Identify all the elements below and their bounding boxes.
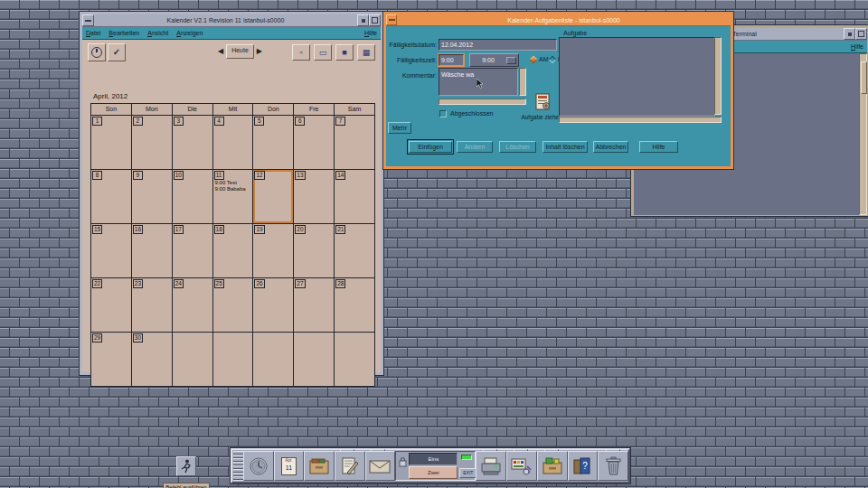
text-editor-button[interactable] <box>335 451 365 481</box>
completed-checkbox[interactable] <box>439 110 447 117</box>
week-view-button[interactable]: ▭ <box>314 44 332 61</box>
maximize-icon <box>372 17 378 23</box>
style-manager-button[interactable] <box>506 451 537 481</box>
todo-editor-dialog: Kalender-Aufgabenliste - istanbul-s0000 … <box>383 12 733 169</box>
day-cell[interactable]: 18 <box>213 224 253 277</box>
due-time-input[interactable]: 9:00 <box>439 54 464 66</box>
exit-button[interactable]: EXIT <box>459 468 476 478</box>
day-cell[interactable]: 30 <box>132 333 172 386</box>
scrollbar-thumb[interactable] <box>861 61 867 94</box>
application-manager-button[interactable] <box>537 451 568 481</box>
todo-editor-button[interactable]: ✓ <box>108 43 126 61</box>
drag-task-icon <box>533 91 552 111</box>
day-cell[interactable]: 21 <box>335 224 374 277</box>
day-cell[interactable]: 15 <box>91 224 131 277</box>
menu-hilfe[interactable]: Hilfe <box>364 30 377 36</box>
clock-button[interactable] <box>243 451 274 481</box>
day-cell[interactable] <box>173 333 212 386</box>
run-command-label: Befehl ausführen <box>163 483 209 488</box>
day-cell[interactable]: 16 <box>132 224 172 277</box>
day-cell[interactable]: 8 <box>91 170 131 223</box>
day-cell[interactable]: 29 <box>91 333 131 386</box>
minimize-button[interactable] <box>844 28 855 40</box>
day-cell[interactable]: 9 <box>132 170 172 223</box>
year-view-button[interactable]: ▦ <box>357 44 375 61</box>
task-list-horizontal-scrollbar[interactable] <box>559 117 722 123</box>
day-cell[interactable]: 25 <box>213 278 253 332</box>
pm-radio[interactable] <box>549 56 556 63</box>
day-cell[interactable]: 5 <box>253 116 293 169</box>
minimize-button[interactable] <box>357 14 369 26</box>
day-cell[interactable]: 22 <box>91 278 131 332</box>
menu-datei[interactable]: Datei <box>86 30 100 36</box>
day-cell[interactable]: 2 <box>132 116 172 169</box>
run-command-desktop-icon[interactable]: Befehl ausführen <box>159 456 213 488</box>
am-radio[interactable] <box>530 56 537 63</box>
day-cell[interactable]: 19 <box>253 224 293 277</box>
comment-vertical-scrollbar[interactable] <box>519 68 526 96</box>
task-list-vertical-scrollbar[interactable] <box>714 37 722 115</box>
day-cell[interactable]: 24 <box>173 278 212 332</box>
help-button[interactable]: ? <box>568 451 599 481</box>
day-cell[interactable]: 26 <box>253 278 293 332</box>
day-cell[interactable] <box>335 333 374 386</box>
day-cell[interactable]: 6 <box>294 116 334 169</box>
day-cell[interactable]: 1 <box>91 116 131 169</box>
due-date-input[interactable]: 12.04.2012 <box>439 39 557 51</box>
menu-bearbeiten[interactable]: Bearbeiten <box>108 30 139 36</box>
printer-button[interactable] <box>476 451 506 481</box>
day-cell[interactable]: 14 <box>335 170 374 223</box>
window-menu-button[interactable] <box>386 14 397 25</box>
clear-button[interactable]: Inhalt löschen <box>542 141 588 153</box>
task-list[interactable] <box>559 37 715 117</box>
menu-hilfe[interactable]: Hilfe <box>851 43 863 50</box>
next-month-button[interactable]: ▶ <box>256 45 263 58</box>
maximize-button[interactable] <box>855 28 867 40</box>
day-cell[interactable] <box>253 333 293 386</box>
menu-anzeigen[interactable]: Anzeigen <box>176 30 203 36</box>
day-cell[interactable]: 13 <box>294 170 334 223</box>
day-cell[interactable]: 4 <box>213 116 253 169</box>
day-cell[interactable]: 27 <box>294 278 334 332</box>
day-cell-with-appointments[interactable]: 11 9:00 Test 9:00 Bababa <box>213 170 253 223</box>
file-manager-button[interactable] <box>304 451 335 481</box>
day-cell[interactable] <box>294 333 334 386</box>
appointment-entry[interactable]: 9:00 Test <box>215 180 246 186</box>
day-cell[interactable]: 28 <box>335 278 374 332</box>
appointment-editor-button[interactable] <box>88 43 106 61</box>
day-cell[interactable]: 10 <box>173 170 212 223</box>
task-list-label: Aufgabe <box>563 30 587 36</box>
insert-button[interactable]: Einfügen <box>409 141 452 153</box>
mail-button[interactable] <box>365 451 396 481</box>
workspace-button-two[interactable]: Zwei <box>409 466 458 479</box>
terminal-scrollbar[interactable] <box>859 53 867 215</box>
time-dropdown[interactable]: 9:00 <box>469 53 519 67</box>
day-header: Die <box>173 104 212 115</box>
workspace-button-one[interactable]: Eins <box>409 453 458 465</box>
day-cell[interactable]: 3 <box>173 116 212 169</box>
more-button[interactable]: Mehr <box>388 122 411 134</box>
panel-grip-handle[interactable] <box>233 451 243 481</box>
trash-button[interactable] <box>598 451 628 481</box>
appointment-entry[interactable]: 9:00 Bababa <box>215 186 246 192</box>
help-button[interactable]: Hilfe <box>639 141 678 153</box>
day-view-button[interactable]: ▫ <box>292 44 310 61</box>
day-cell-selected[interactable]: 12 <box>253 170 293 223</box>
comment-horizontal-scrollbar[interactable] <box>439 99 526 105</box>
menu-ansicht[interactable]: Ansicht <box>147 30 168 36</box>
day-cell[interactable]: 20 <box>294 224 334 277</box>
maximize-button[interactable] <box>369 14 381 26</box>
month-view-button[interactable]: ■ <box>335 44 354 61</box>
day-cell[interactable]: 7 <box>335 116 374 169</box>
day-cell[interactable] <box>213 333 253 386</box>
today-button[interactable]: Heute <box>226 44 254 59</box>
day-cell[interactable]: 17 <box>173 224 212 277</box>
window-menu-button[interactable] <box>82 14 94 26</box>
previous-month-button[interactable]: ◀ <box>217 45 224 58</box>
change-button[interactable]: Ändern <box>457 141 493 153</box>
delete-button[interactable]: Löschen <box>499 141 536 153</box>
day-cell[interactable]: 23 <box>132 278 172 332</box>
drag-task-handle[interactable] <box>533 90 552 112</box>
cancel-button[interactable]: Abbrechen <box>593 141 628 153</box>
calendar-button[interactable]: Apr. 11 <box>274 451 305 481</box>
